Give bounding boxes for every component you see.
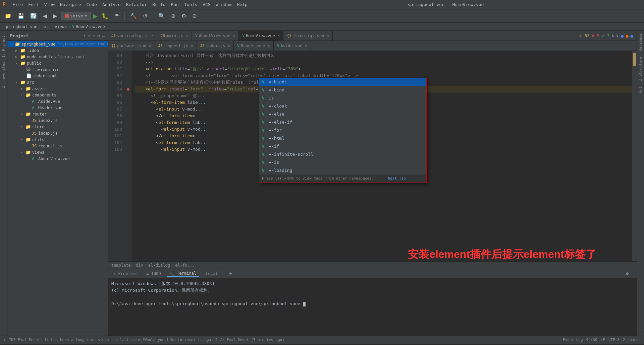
tree-item-header-vue[interactable]: V Header.vue bbox=[7, 105, 108, 111]
firefox-icon[interactable]: ● bbox=[626, 33, 628, 39]
find-button[interactable]: ⊕ bbox=[169, 11, 177, 20]
menu-edit[interactable]: Edit bbox=[25, 1, 41, 8]
tab-package-json[interactable]: {} package.json × bbox=[108, 41, 155, 51]
tree-item-router[interactable]: ▾ 📁 router bbox=[7, 111, 108, 117]
open-button[interactable]: 📁 bbox=[3, 11, 13, 20]
menu-window[interactable]: Window bbox=[213, 1, 234, 8]
terminal-hide-icon[interactable]: – bbox=[631, 271, 634, 276]
tree-item-index-html[interactable]: 📄 index.html bbox=[7, 73, 108, 79]
tab-jsconfig[interactable]: {} jsconfig.json × bbox=[283, 31, 333, 41]
tree-item-node-modules[interactable]: ▶ 📁 node_modules library root bbox=[7, 54, 108, 60]
tab-close-vue-config[interactable]: × bbox=[151, 33, 154, 38]
autocomplete-item-vif[interactable]: V v-if bbox=[259, 142, 426, 150]
left-tab-project[interactable]: 1: Project bbox=[0, 33, 7, 60]
left-tab-favorites[interactable]: 2: Favorites bbox=[0, 60, 7, 90]
tree-item-request-js[interactable]: JS request.js bbox=[7, 143, 108, 149]
tree-item-favicon[interactable]: 🖼 favicon.ico bbox=[7, 66, 108, 73]
terminal-tab-problems[interactable]: ⚠ Problems bbox=[111, 271, 140, 277]
terminal-settings-icon[interactable]: ⚙ bbox=[626, 271, 629, 276]
tree-item-store[interactable]: ▾ 📁 store bbox=[7, 124, 108, 130]
stop-button[interactable]: ⊘ bbox=[190, 11, 199, 20]
tab-vue-config[interactable]: JS vue.config.js × bbox=[108, 31, 157, 41]
menu-vcs[interactable]: VCS bbox=[200, 1, 213, 8]
ac-menu-icon[interactable]: ⋮ bbox=[420, 175, 424, 182]
tab-close-aboutview[interactable]: × bbox=[233, 33, 235, 38]
terminal-tab-todo[interactable]: ≡ TODO bbox=[144, 271, 163, 277]
tab-close-aside-vue[interactable]: × bbox=[305, 44, 308, 48]
collapse-icon[interactable]: ≡ bbox=[93, 33, 95, 39]
tree-item-views[interactable]: ▾ 📁 views bbox=[7, 149, 108, 155]
serve-dropdown[interactable]: serve ▾ bbox=[61, 12, 91, 20]
tree-item-assets[interactable]: ▶ 📁 assets bbox=[7, 85, 108, 92]
tab-aboutview[interactable]: V AboutView.vue × bbox=[192, 31, 239, 41]
menu-analyze[interactable]: Analyze bbox=[100, 1, 123, 8]
breadcrumb-part2[interactable]: src bbox=[42, 24, 50, 29]
tab-main-js[interactable]: JS main.js × bbox=[157, 31, 192, 41]
tab-close-index-js[interactable]: × bbox=[228, 44, 230, 48]
breadcrumb-part4[interactable]: HomeView.vue bbox=[76, 24, 105, 29]
tree-item-utils[interactable]: ▾ 📁 utils bbox=[7, 136, 108, 143]
tree-item-public[interactable]: ▾ 📁 public bbox=[7, 60, 108, 66]
breadcrumb-part3[interactable]: views bbox=[55, 24, 67, 29]
tree-item-springboot-vue[interactable]: ▾ 📁 springboot_vue D:\Java_developer_too… bbox=[7, 41, 108, 47]
tab-close-request2[interactable]: × bbox=[191, 44, 193, 48]
save-button[interactable]: 💾 bbox=[15, 11, 26, 20]
expand-icon[interactable]: ∧ bbox=[611, 33, 614, 38]
tab-close-main-js[interactable]: × bbox=[186, 33, 189, 38]
menu-run[interactable]: Run bbox=[168, 1, 181, 8]
autocomplete-item-is[interactable]: V is bbox=[259, 94, 426, 102]
line-separator[interactable]: LF bbox=[601, 338, 605, 342]
autocomplete-item-vloading[interactable]: V v-loading bbox=[259, 166, 426, 175]
tab-close-homeview[interactable]: × bbox=[278, 33, 280, 38]
status-message[interactable]: IDE Eval Reset: It has been a long time … bbox=[9, 338, 284, 342]
local-close[interactable]: × bbox=[222, 271, 224, 276]
menu-help[interactable]: Help bbox=[234, 1, 250, 8]
tree-item-src[interactable]: ▾ 📁 src bbox=[7, 79, 108, 85]
menu-file[interactable]: File bbox=[10, 1, 25, 8]
right-tab-ant[interactable]: Ant bbox=[637, 84, 644, 96]
run-button[interactable]: ▶ bbox=[93, 12, 98, 20]
tab-close-package[interactable]: × bbox=[149, 44, 151, 48]
terminal-tab-terminal[interactable]: >_ Terminal bbox=[167, 270, 199, 277]
menu-code[interactable]: Code bbox=[84, 1, 100, 8]
autocomplete-item-velseif[interactable]: V v-else-if bbox=[259, 118, 426, 126]
menu-tools[interactable]: Tools bbox=[181, 1, 200, 8]
event-log[interactable]: Event Log bbox=[563, 338, 583, 342]
tab-request-js[interactable]: JS request.js × bbox=[155, 41, 197, 51]
menu-build[interactable]: Build bbox=[150, 1, 168, 8]
chrome-icon[interactable]: ● bbox=[621, 33, 624, 39]
edge-icon[interactable]: ● bbox=[631, 33, 633, 39]
tree-item-components[interactable]: ▾ 📁 components bbox=[7, 92, 108, 98]
tab-close-header-vue[interactable]: × bbox=[268, 44, 270, 48]
menu-navigate[interactable]: Navigate bbox=[57, 1, 84, 8]
autocomplete-item-velse[interactable]: V v-else bbox=[259, 110, 426, 118]
refresh-button[interactable]: 🔄 bbox=[28, 11, 39, 20]
tab-aside-vue[interactable]: V Aside.vue × bbox=[274, 41, 311, 51]
file-encoding[interactable]: UTF-8 bbox=[608, 338, 620, 342]
build-button[interactable]: 🔨 bbox=[128, 11, 139, 20]
tree-item-aside-vue[interactable]: V Aside.vue bbox=[7, 98, 108, 105]
tab-header-vue[interactable]: V Header.vue × bbox=[234, 41, 274, 51]
locate-icon[interactable]: ⊕ bbox=[88, 33, 90, 39]
tree-item-router-index[interactable]: JS index.js bbox=[7, 117, 108, 124]
tab-homeview[interactable]: V HomeView.vue × bbox=[239, 31, 283, 41]
menu-view[interactable]: View bbox=[42, 1, 57, 8]
autocomplete-item-vbind[interactable]: V v-bind bbox=[259, 86, 426, 94]
autocomplete-item-vbind-colon[interactable]: V v-bind: bbox=[259, 78, 426, 86]
gear-icon[interactable]: ⚙ bbox=[97, 33, 100, 39]
tree-item-idea[interactable]: ▶ 📁 .idea bbox=[7, 47, 108, 54]
forward-button[interactable]: ▶ bbox=[51, 11, 59, 20]
autocomplete-item-vinfinite[interactable]: V v-infinite-scroll bbox=[259, 150, 426, 158]
debug-button[interactable]: 🐛 bbox=[100, 11, 110, 20]
coverage-button[interactable]: ☂ bbox=[112, 11, 121, 20]
sidebar-dropdown-arrow[interactable]: ▾ bbox=[84, 33, 86, 38]
tree-item-aboutview[interactable]: V AboutView.vue bbox=[7, 155, 108, 162]
tab-index-js[interactable]: JS index.js × bbox=[197, 41, 234, 51]
back-button[interactable]: ◀ bbox=[41, 11, 49, 20]
indent-size[interactable]: 2 spaces bbox=[623, 338, 641, 342]
autocomplete-item-vcloak[interactable]: V v-cloak bbox=[259, 102, 426, 110]
right-tab-structure[interactable]: Z Structure bbox=[637, 54, 644, 84]
add-terminal-btn[interactable]: + bbox=[229, 270, 232, 277]
terminal-content[interactable]: Microsoft Windows [版本 10.0.19045.3803] (… bbox=[108, 278, 637, 336]
code-editor[interactable]: 后台 Javabean[Furn] 属性一致，这样到后端才会进行数据封装 -->… bbox=[131, 51, 632, 261]
